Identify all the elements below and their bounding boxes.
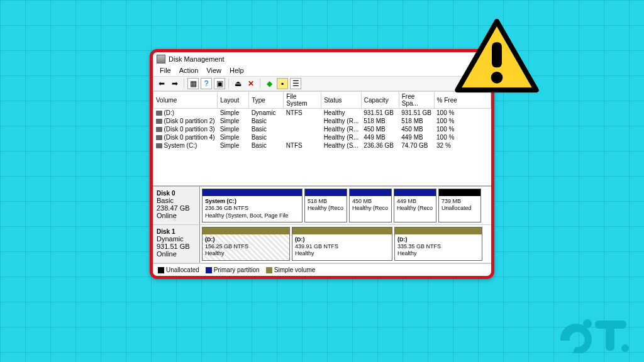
menu-view[interactable]: View (203, 67, 225, 74)
show-tree-button[interactable]: ▦ (187, 78, 199, 89)
menu-file[interactable]: File (157, 67, 174, 74)
col-layout[interactable]: Layout (218, 92, 249, 109)
legend: Unallocated Primary partition Simple vol… (153, 263, 491, 276)
disk-state: Online (157, 212, 177, 219)
table-row[interactable]: (D:)SimpleDynamicNTFSHealthy931.51 GB931… (153, 109, 491, 118)
svg-point-2 (491, 72, 503, 84)
col-capacity[interactable]: Capacity (361, 92, 399, 109)
disk-partitions: System (C:)236.36 GB NTFSHealthy (System… (200, 187, 491, 224)
partition[interactable]: 739 MBUnallocated (438, 189, 481, 222)
disk-name: Disk 0 (157, 190, 175, 197)
refresh-icon[interactable]: ▣ (214, 78, 225, 89)
toolbar: ⬅ ➡ ▦ ? ▣ ⏏ ✕ ◆ ▪ ☰ (153, 76, 491, 91)
separator (260, 79, 260, 89)
legend-primary: Primary partition (206, 266, 260, 273)
delete-icon[interactable]: ✕ (245, 78, 257, 89)
separator (228, 79, 229, 89)
list-icon[interactable]: ☰ (290, 78, 301, 89)
app-icon (157, 55, 165, 63)
legend-simple: Simple volume (266, 266, 316, 273)
partition[interactable]: (D:)335.35 GB NTFSHealthy (394, 227, 482, 261)
title-bar[interactable]: Disk Management — (153, 52, 491, 66)
col-volume[interactable]: Volume (153, 92, 218, 109)
disk-partitions: (D:)156.25 GB NTFSHealthy(D:)439.91 GB N… (200, 225, 491, 263)
properties-icon[interactable]: ▪ (277, 78, 288, 89)
partition[interactable]: 449 MBHealthy (Reco (394, 189, 436, 222)
action-icon[interactable]: ◆ (264, 78, 275, 89)
disk-row[interactable]: Disk 1 Dynamic 931.51 GB Online (D:)156.… (153, 225, 491, 263)
watermark-logo (557, 315, 633, 353)
back-button[interactable]: ⬅ (156, 78, 167, 89)
disk-label[interactable]: Disk 1 Dynamic 931.51 GB Online (153, 225, 200, 263)
svg-point-3 (583, 319, 592, 328)
partition[interactable]: (D:)156.25 GB NTFSHealthy (202, 227, 290, 261)
partition[interactable]: 518 MBHealthy (Reco (304, 189, 347, 222)
volume-list[interactable]: Volume Layout Type File System Status Ca… (153, 91, 491, 185)
disk-size: 931.51 GB (157, 243, 190, 250)
disk-layout-panel: Disk 0 Basic 238.47 GB Online System (C:… (153, 185, 491, 263)
eject-icon[interactable]: ⏏ (232, 78, 243, 89)
table-row[interactable]: (Disk 0 partition 4)SimpleBasicHealthy (… (153, 133, 491, 141)
svg-point-6 (621, 344, 629, 352)
warning-icon (453, 19, 541, 94)
window-title: Disk Management (169, 55, 225, 63)
col-status[interactable]: Status (321, 92, 362, 109)
partition[interactable]: 450 MBHealthy (Reco (349, 189, 392, 222)
disk-state: Online (157, 250, 177, 258)
partition[interactable]: (D:)439.91 GB NTFSHealthy (292, 227, 392, 261)
disk-type: Basic (157, 197, 174, 204)
menu-help[interactable]: Help (226, 67, 247, 74)
disk-label[interactable]: Disk 0 Basic 238.47 GB Online (153, 187, 200, 224)
menu-bar: File Action View Help (153, 66, 491, 76)
separator (184, 79, 184, 89)
menu-action[interactable]: Action (176, 67, 202, 74)
partition[interactable]: System (C:)236.36 GB NTFSHealthy (System… (202, 189, 303, 222)
disk-row[interactable]: Disk 0 Basic 238.47 GB Online System (C:… (153, 187, 491, 225)
legend-unallocated: Unallocated (158, 266, 199, 273)
svg-rect-5 (606, 321, 614, 351)
col-type[interactable]: Type (249, 92, 284, 109)
disk-management-window: Disk Management — File Action View Help … (150, 49, 494, 279)
disk-name: Disk 1 (157, 228, 175, 235)
col-free[interactable]: Free Spa... (399, 92, 434, 109)
help-icon[interactable]: ? (201, 78, 212, 89)
table-row[interactable]: System (C:)SimpleBasicNTFSHealthy (S...2… (153, 141, 491, 150)
volume-table: Volume Layout Type File System Status Ca… (153, 91, 491, 150)
forward-button[interactable]: ➡ (169, 78, 180, 89)
disk-type: Dynamic (157, 235, 184, 243)
col-fs[interactable]: File System (284, 92, 321, 109)
svg-rect-1 (492, 42, 502, 67)
table-row[interactable]: (Disk 0 partition 3)SimpleBasicHealthy (… (153, 125, 491, 133)
disk-size: 238.47 GB (157, 204, 190, 212)
table-row[interactable]: (Disk 0 partition 2)SimpleBasicHealthy (… (153, 117, 491, 125)
